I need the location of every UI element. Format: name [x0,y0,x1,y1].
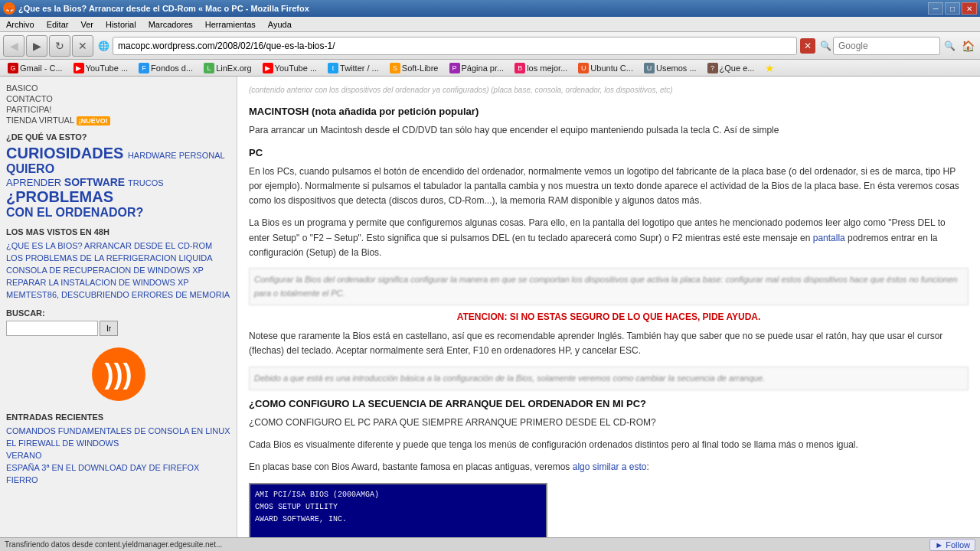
recent-item[interactable]: FIERRO [6,474,230,486]
nav-contacto[interactable]: CONTACTO [6,93,230,104]
recent-item[interactable]: EL FIREWALL DE WINDOWS [6,437,230,449]
stop-button[interactable]: ✕ [72,35,93,57]
recent-item[interactable]: ESPAÑA 3ª EN EL DOWNLOAD DAY DE FIREFOX [6,461,230,474]
bookmark-linex[interactable]: L LinEx.org [199,61,256,75]
back-button[interactable]: ◀ [3,35,24,57]
sidebar-search-input[interactable] [6,321,98,336]
menu-marcadores[interactable]: Marcadores [145,18,196,31]
most-viewed-item[interactable]: CONSOLA DE RECUPERACION DE WINDOWS XP [6,264,230,276]
titlebar: 🦊 ¿Que es la Bios? Arrancar desde el CD-… [0,0,980,17]
new-badge: ¡NUEVO! [77,116,110,126]
tag-trucos[interactable]: TRUCOS [128,178,163,187]
linex-icon: L [204,63,214,73]
twitter-icon: t [328,63,338,73]
menu-editar[interactable]: Editar [44,18,72,31]
bookmark-gmail[interactable]: G Gmail - C... [3,61,67,75]
bookmark-fondos[interactable]: F Fondos d... [134,61,198,75]
reload-button[interactable]: ↻ [49,35,70,57]
titlebar-left: 🦊 ¿Que es la Bios? Arrancar desde el CD-… [3,2,309,15]
pantalla-link[interactable]: pantalla [813,233,845,243]
bookmark-usemos[interactable]: U Usemos ... [639,61,701,75]
transfer-text: Transfiriendo datos desde content.yieldm… [5,540,222,549]
de-que-title: ¿DE QUÉ VA ESTO? [6,132,230,142]
como-text1: Cada Bios es visualmente diferente y pue… [249,438,969,452]
que-icon: ? [707,63,718,73]
search-button[interactable]: 🔍 [942,38,957,54]
rss-symbol: ))) [105,358,132,390]
tag-software[interactable]: SOFTWARE [64,176,128,188]
minimize-button[interactable]: ─ [928,2,943,15]
pc-title: PC [249,145,969,161]
nav-basico[interactable]: BASICO [6,83,230,93]
follow-button[interactable]: ► Follow [929,539,975,551]
firefox-icon: 🦊 [3,2,15,15]
close-button[interactable]: ✕ [962,2,977,15]
bookmark-losmejor[interactable]: B los mejor... [510,61,572,75]
search-container: 🔍 🔍 [820,37,957,55]
nav-tienda[interactable]: TIENDA VIRTUAL ¡NUEVO! [6,115,230,126]
most-viewed-section: LOS MAS VISTOS EN 48H ¿QUE ES LA BIOS? A… [6,227,230,301]
bookmark-youtube1[interactable]: ▶ YouTube ... [69,61,132,75]
sidebar-nav: BASICO CONTACTO PARTICIPA! TIENDA VIRTUA… [6,83,230,126]
youtube2-icon: ▶ [263,63,273,73]
macintosh-bold: MACINTOSH [249,106,309,117]
bookmark-soft[interactable]: S Soft-Libre [385,61,443,75]
youtube1-icon: ▶ [74,63,84,73]
tag-quiero[interactable]: QUIERO [6,162,54,175]
tag-con-el-ordenador[interactable]: CON EL ORDENADOR? [6,206,143,219]
menu-historial[interactable]: Historial [103,18,139,31]
tag-cloud-section: ¿DE QUÉ VA ESTO? CURIOSIDADES HARDWARE P… [6,132,230,220]
most-viewed-item[interactable]: MEMTEST86, DESCUBRIENDO ERRORES DE MEMOR… [6,289,230,301]
most-viewed-item[interactable]: ¿QUE ES LA BIOS? ARRANCAR DESDE EL CD-RO… [6,240,230,252]
most-viewed-item[interactable]: LOS PROBLEMAS DE LA REFRIGERACION LIQUID… [6,252,230,264]
forward-button[interactable]: ▶ [26,35,47,57]
menu-ver[interactable]: Ver [77,18,96,31]
search-engine-icon: 🔍 [820,41,831,51]
menu-archivo[interactable]: Archivo [3,18,38,31]
nav-participa[interactable]: PARTICIPA! [6,104,230,115]
bookmark-ubuntu[interactable]: U Ubuntu C... [573,61,638,75]
recent-item[interactable]: VERANO [6,449,230,461]
most-viewed-item[interactable]: REPARAR LA INSTALACION DE WINDOWS XP [6,276,230,289]
titlebar-title: ¿Que es la Bios? Arrancar desde el CD-Ro… [18,4,309,13]
recent-list: COMANDOS FUNDAMENTALES DE CONSOLA EN LIN… [6,425,230,486]
soft-icon: S [390,63,400,73]
sidebar-search-button[interactable]: Ir [100,321,118,336]
tag-aprender[interactable]: APRENDER [6,177,64,188]
bookmark-youtube2[interactable]: ▶ YouTube ... [258,61,322,75]
recent-title: ENTRADAS RECIENTES [6,412,230,422]
url-clear-button[interactable]: ✕ [800,38,815,54]
como-text2: En placas base con Bios Award, bastante … [249,460,969,474]
home-button[interactable]: 🏠 [959,37,977,55]
bios-line3: AWARD SOFTWARE, INC. [255,514,541,526]
tag-hardware[interactable]: HARDWARE [128,151,179,160]
bookmark-twitter[interactable]: t Twitter / ... [323,61,384,75]
tag-problemas[interactable]: ¿PROBLEMAS [6,188,113,205]
bios-screenshot: AMI PCI/ISA BIOS (2000AMGA) CMOS SETUP U… [249,483,547,537]
toolbar: ◀ ▶ ↻ ✕ 🌐 ✕ 🔍 🔍 🏠 [0,32,980,60]
bookmark-add[interactable]: ★ [760,60,779,76]
search-input[interactable] [833,37,940,55]
recent-item[interactable]: COMANDOS FUNDAMENTALES DE CONSOLA EN LIN… [6,425,230,437]
url-globe-icon: 🌐 [98,41,109,51]
statusbar: Transfiriendo datos desde content.yieldm… [0,537,980,551]
tag-curiosidades[interactable]: CURIOSIDADES [6,145,128,161]
menu-herramientas[interactable]: Herramientas [202,18,259,31]
main-layout: BASICO CONTACTO PARTICIPA! TIENDA VIRTUA… [0,77,980,537]
bookmark-pagina[interactable]: P Página pr... [445,61,509,75]
macintosh-text: Para arrancar un Macintosh desde el CD/D… [249,123,969,138]
fondos-icon: F [139,63,149,73]
ubuntu-icon: U [578,63,589,73]
menu-ayuda[interactable]: Ayuda [265,18,295,31]
pagina-icon: P [449,63,460,73]
algo-link[interactable]: algo similar a esto [573,461,647,472]
bookmark-que[interactable]: ? ¿Que e... [703,61,760,75]
maximize-button[interactable]: □ [945,2,960,15]
bookmarks-bar: G Gmail - C... ▶ YouTube ... F Fondos d.… [0,60,980,77]
rss-icon[interactable]: ))) [92,347,145,401]
tag-personal[interactable]: PERSONAL [179,151,225,160]
usemos-icon: U [644,63,655,73]
search-section: BUSCAR: Ir [6,308,230,336]
blurred-intro-basic: Debido a que está es una introducción bá… [249,367,969,391]
url-input[interactable] [113,37,797,55]
